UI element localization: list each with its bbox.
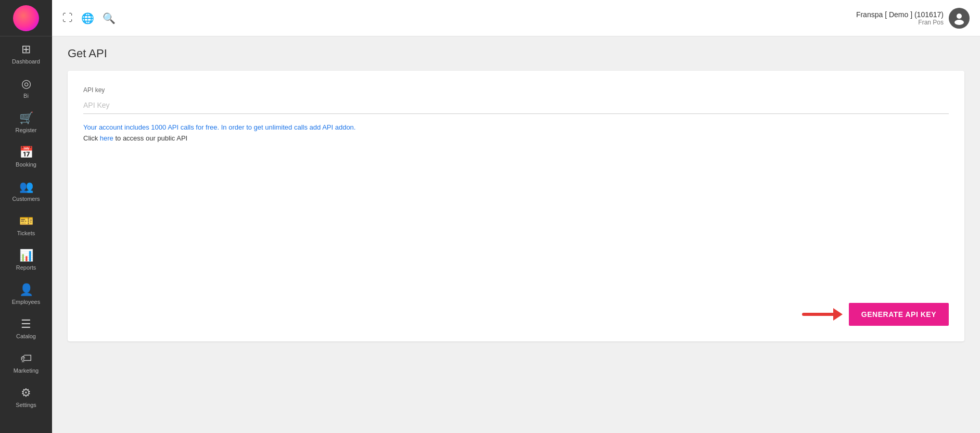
dashboard-icon: ⊞ bbox=[21, 43, 31, 56]
reports-icon: 📊 bbox=[19, 249, 33, 262]
sidebar-item-employees[interactable]: 👤 Employees bbox=[0, 277, 52, 311]
arrow-indicator bbox=[802, 308, 843, 321]
sidebar-item-booking[interactable]: 📅 Booking bbox=[0, 139, 52, 174]
settings-icon: ⚙ bbox=[21, 386, 31, 400]
sidebar-nav: ⊞ Dashboard ◎ Bi 🛒 Register 📅 Booking 👥 … bbox=[0, 36, 52, 433]
marketing-icon: 🏷 bbox=[20, 352, 32, 365]
sidebar-logo bbox=[0, 0, 52, 36]
sidebar-item-label: Bi bbox=[23, 93, 29, 99]
sidebar-item-marketing[interactable]: 🏷 Marketing bbox=[0, 346, 52, 380]
sidebar: ⊞ Dashboard ◎ Bi 🛒 Register 📅 Booking 👥 … bbox=[0, 0, 52, 433]
sidebar-item-settings[interactable]: ⚙ Settings bbox=[0, 380, 52, 414]
sidebar-item-label: Employees bbox=[12, 299, 40, 305]
register-icon: 🛒 bbox=[19, 111, 33, 125]
main-container: ⛶ 🌐 🔍 Franspa [ Demo ] (101617) Fran Pos… bbox=[52, 0, 980, 433]
sidebar-item-label: Customers bbox=[12, 196, 40, 202]
sidebar-item-customers[interactable]: 👥 Customers bbox=[0, 174, 52, 208]
booking-icon: 📅 bbox=[19, 146, 33, 159]
user-info: Franspa [ Demo ] (101617) Fran Pos bbox=[856, 10, 944, 26]
sidebar-item-label: Register bbox=[16, 127, 37, 133]
sidebar-item-register[interactable]: 🛒 Register bbox=[0, 105, 52, 139]
svg-point-1 bbox=[954, 20, 964, 25]
sidebar-item-tickets[interactable]: 🎫 Tickets bbox=[0, 208, 52, 243]
generate-btn-area: GENERATE API KEY bbox=[802, 303, 949, 326]
click-prefix: Click bbox=[83, 134, 100, 142]
topbar-left: ⛶ 🌐 🔍 bbox=[62, 12, 116, 24]
topbar: ⛶ 🌐 🔍 Franspa [ Demo ] (101617) Fran Pos bbox=[52, 0, 980, 36]
page-content: Get API API key Your account includes 10… bbox=[52, 36, 980, 433]
expand-icon[interactable]: ⛶ bbox=[62, 12, 73, 24]
public-api-link[interactable]: here bbox=[100, 134, 113, 142]
sidebar-item-label: Catalog bbox=[16, 333, 36, 339]
customers-icon: 👥 bbox=[19, 180, 33, 194]
api-card: API key Your account includes 1000 API c… bbox=[68, 71, 964, 341]
tickets-icon: 🎫 bbox=[19, 214, 33, 228]
api-key-input[interactable] bbox=[83, 97, 949, 114]
sidebar-item-bi[interactable]: ◎ Bi bbox=[0, 71, 52, 105]
user-role: Fran Pos bbox=[856, 19, 944, 26]
api-key-label: API key bbox=[83, 86, 949, 94]
globe-icon[interactable]: 🌐 bbox=[81, 12, 94, 24]
user-name: Franspa [ Demo ] (101617) bbox=[856, 10, 944, 19]
sidebar-item-dashboard[interactable]: ⊞ Dashboard bbox=[0, 36, 52, 71]
bi-icon: ◎ bbox=[21, 77, 31, 91]
sidebar-item-label: Settings bbox=[16, 402, 36, 408]
page-title: Get API bbox=[68, 47, 964, 60]
sidebar-item-label: Marketing bbox=[14, 367, 39, 374]
sidebar-item-label: Dashboard bbox=[12, 58, 40, 65]
api-info-text: Your account includes 1000 API calls for… bbox=[83, 122, 949, 144]
search-icon[interactable]: 🔍 bbox=[103, 12, 116, 24]
arrow-shaft bbox=[802, 313, 833, 316]
sidebar-item-label: Reports bbox=[16, 264, 36, 271]
arrow-head bbox=[833, 308, 843, 321]
topbar-right: Franspa [ Demo ] (101617) Fran Pos bbox=[856, 8, 970, 29]
avatar[interactable] bbox=[949, 8, 970, 29]
api-info-line1: Your account includes 1000 API calls for… bbox=[83, 122, 949, 133]
svg-point-0 bbox=[957, 14, 962, 19]
app-logo bbox=[13, 5, 39, 31]
sidebar-item-label: Tickets bbox=[17, 230, 35, 236]
employees-icon: 👤 bbox=[19, 283, 33, 297]
sidebar-item-label: Booking bbox=[16, 161, 36, 168]
api-info-line2: Click here to access our public API bbox=[83, 133, 949, 144]
sidebar-item-reports[interactable]: 📊 Reports bbox=[0, 243, 52, 277]
catalog-icon: ☰ bbox=[21, 317, 31, 331]
generate-api-key-button[interactable]: GENERATE API KEY bbox=[849, 303, 949, 326]
sidebar-item-catalog[interactable]: ☰ Catalog bbox=[0, 311, 52, 346]
click-suffix: to access our public API bbox=[113, 134, 187, 142]
